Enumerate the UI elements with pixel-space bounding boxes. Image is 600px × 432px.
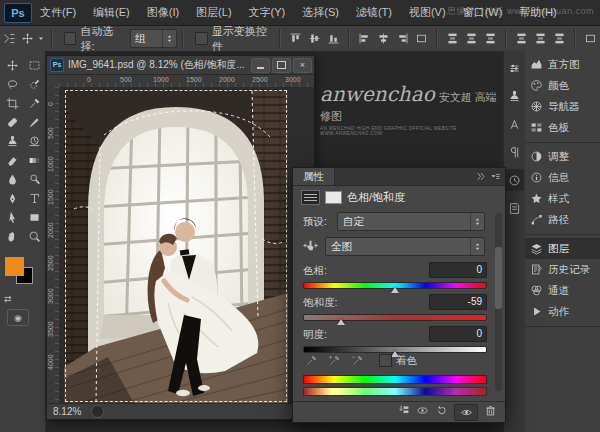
- panel-menu-icon[interactable]: [490, 168, 501, 186]
- collapsed-panel-properties-icon[interactable]: [505, 57, 524, 79]
- photo-canvas[interactable]: [64, 89, 288, 403]
- panel-history[interactable]: 历史记录: [525, 259, 600, 280]
- panel-color[interactable]: 颜色: [525, 75, 600, 96]
- blur-tool[interactable]: [1, 170, 23, 189]
- tool-preset-icon[interactable]: [1, 30, 17, 47]
- layer-visibility-button[interactable]: [454, 404, 478, 421]
- shape-tool[interactable]: [23, 208, 45, 227]
- panel-channels[interactable]: 通道: [525, 280, 600, 301]
- hue-slider[interactable]: [303, 282, 487, 289]
- minimize-button[interactable]: [251, 58, 270, 73]
- maximize-button[interactable]: [272, 58, 291, 73]
- dist-right-icon[interactable]: [551, 30, 568, 47]
- align-bottom-icon[interactable]: [325, 30, 342, 47]
- panel-swatches[interactable]: 色板: [525, 117, 600, 138]
- hand-tool[interactable]: [1, 227, 23, 246]
- eraser-tool[interactable]: [1, 151, 23, 170]
- align-edges-icon[interactable]: [413, 30, 430, 47]
- menu-item[interactable]: 文件(F): [40, 5, 76, 20]
- panel-info[interactable]: 信息: [525, 167, 600, 188]
- colorize-checkbox[interactable]: [379, 354, 392, 367]
- collapsed-panel-character-icon[interactable]: [505, 113, 524, 135]
- collapsed-panel-clone-source-icon[interactable]: [505, 85, 524, 107]
- tab-properties[interactable]: 属性: [293, 168, 335, 185]
- delete-adjustment-icon[interactable]: [484, 403, 497, 421]
- clip-to-layer-icon[interactable]: [397, 403, 410, 421]
- scrollbar-thumb[interactable]: [495, 247, 502, 309]
- dist-bottom-icon[interactable]: [482, 30, 499, 47]
- hue-slider-handle[interactable]: [391, 287, 399, 293]
- show-transform-checkbox[interactable]: [195, 32, 207, 45]
- align-top-icon[interactable]: [287, 30, 304, 47]
- hue-value[interactable]: 0: [429, 262, 487, 278]
- dist-top-icon[interactable]: [444, 30, 461, 47]
- menu-item[interactable]: 滤镜(T): [356, 5, 392, 20]
- auto-select-dropdown[interactable]: 组: [130, 29, 177, 48]
- menu-item[interactable]: 图层(L): [196, 5, 231, 20]
- menu-item[interactable]: 视图(V): [409, 5, 446, 20]
- align-right-icon[interactable]: [394, 30, 411, 47]
- collapsed-panel-paragraph-icon[interactable]: [505, 141, 524, 163]
- mask-thumbnail[interactable]: [325, 191, 342, 204]
- saturation-slider-handle[interactable]: [337, 319, 345, 325]
- align-center-icon[interactable]: [375, 30, 392, 47]
- healing-brush-tool[interactable]: [1, 113, 23, 132]
- targeted-adjustment-icon[interactable]: [303, 238, 318, 257]
- menu-item[interactable]: 图像(I): [147, 5, 179, 20]
- type-tool[interactable]: [23, 189, 45, 208]
- collapsed-panel-notes-icon[interactable]: [505, 197, 524, 219]
- eyedropper-sample-icon[interactable]: [303, 353, 319, 368]
- panel-layers[interactable]: 图层: [525, 238, 600, 259]
- history-brush-tool[interactable]: [23, 132, 45, 151]
- eyedropper-subtract-icon[interactable]: [349, 353, 365, 368]
- saturation-slider[interactable]: [303, 314, 487, 321]
- crop-tool[interactable]: [1, 94, 23, 113]
- view-previous-state-icon[interactable]: [416, 403, 429, 421]
- lightness-slider[interactable]: [303, 346, 487, 353]
- path-selection-tool[interactable]: [1, 208, 23, 227]
- saturation-value[interactable]: -59: [429, 294, 487, 310]
- dodge-tool[interactable]: [23, 170, 45, 189]
- lightness-value[interactable]: 0: [429, 326, 487, 342]
- panel-adjustments[interactable]: 调整: [525, 146, 600, 167]
- menu-item[interactable]: 选择(S): [302, 5, 339, 20]
- status-icon[interactable]: [91, 405, 104, 418]
- lasso-tool[interactable]: [1, 75, 23, 94]
- brush-tool[interactable]: [23, 113, 45, 132]
- reset-adjustment-icon[interactable]: [435, 403, 448, 421]
- panel-navigator[interactable]: 导航器: [525, 96, 600, 117]
- pen-tool[interactable]: [1, 189, 23, 208]
- chevron-down-icon[interactable]: [37, 30, 45, 47]
- dist-middle-icon[interactable]: [463, 30, 480, 47]
- auto-align-icon[interactable]: [582, 30, 599, 47]
- quick-selection-tool[interactable]: [23, 75, 45, 94]
- foreground-color-swatch[interactable]: [5, 257, 24, 276]
- gradient-tool[interactable]: [23, 151, 45, 170]
- zoom-tool[interactable]: [23, 227, 45, 246]
- canvas-viewport[interactable]: [59, 87, 314, 404]
- quick-mask-button[interactable]: ◉: [7, 309, 29, 326]
- channel-dropdown[interactable]: 全图: [325, 237, 485, 256]
- panel-histogram[interactable]: 直方图: [525, 54, 600, 75]
- collapsed-panel-timeline-icon[interactable]: [505, 169, 524, 191]
- zoom-level[interactable]: 8.12%: [53, 406, 81, 417]
- dist-left-icon[interactable]: [513, 30, 530, 47]
- eyedropper-add-icon[interactable]: [326, 353, 342, 368]
- clone-stamp-tool[interactable]: [1, 132, 23, 151]
- panel-paths[interactable]: 路径: [525, 209, 600, 230]
- document-title-bar[interactable]: Ps IMG_9641.psd @ 8.12% (色相/饱和度... ×: [47, 56, 314, 75]
- panel-styles[interactable]: 样式: [525, 188, 600, 209]
- menu-item[interactable]: 编辑(E): [93, 5, 130, 20]
- panel-actions[interactable]: 动作: [525, 301, 600, 322]
- swap-colors-icon[interactable]: ⇄: [4, 294, 12, 304]
- preset-dropdown[interactable]: 自定: [337, 212, 485, 231]
- move-tool[interactable]: [1, 56, 23, 75]
- collapse-panel-icon[interactable]: [475, 168, 486, 186]
- panel-scrollbar[interactable]: [495, 213, 502, 391]
- dist-center-icon[interactable]: [532, 30, 549, 47]
- eyedropper-tool[interactable]: [23, 94, 45, 113]
- align-left-icon[interactable]: [356, 30, 373, 47]
- align-middle-icon[interactable]: [306, 30, 323, 47]
- menu-item[interactable]: 文字(Y): [249, 5, 286, 20]
- auto-select-checkbox[interactable]: [64, 32, 76, 45]
